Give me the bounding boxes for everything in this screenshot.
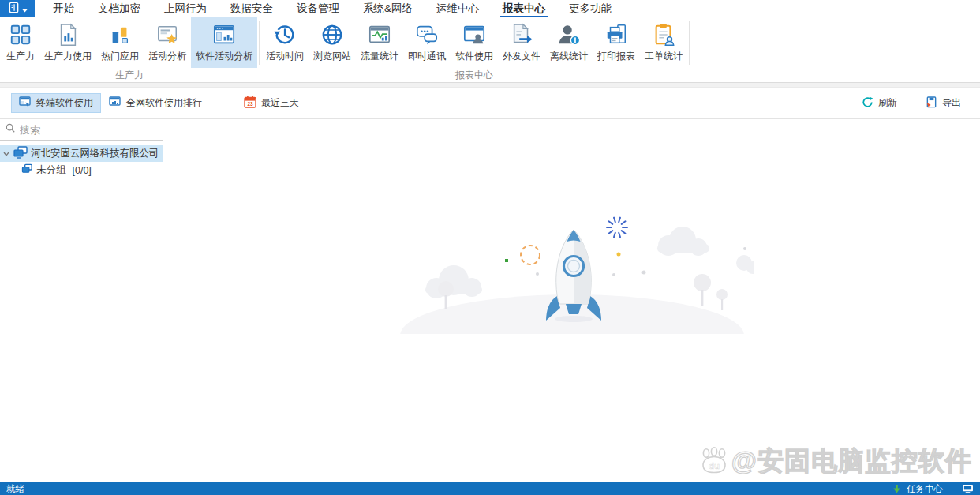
ribbon-item-software-activity-analysis[interactable]: 软件活动分析 — [191, 17, 257, 68]
ribbon-item-productivity[interactable]: 生产力 — [2, 17, 39, 68]
device-tree: 河北安固云网络科技有限公司 [0/0] 未分组 [0/0] — [0, 141, 163, 178]
computers-icon — [13, 146, 28, 161]
globe-icon — [320, 21, 344, 49]
date-filter-button[interactable]: 23 最近三天 — [236, 93, 307, 113]
ribbon-item-label: 浏览网站 — [313, 50, 351, 63]
download-arrow-icon — [892, 484, 901, 494]
svg-text:du: du — [709, 460, 720, 470]
app-menu-button[interactable] — [0, 0, 35, 17]
app-window: 开始 文档加密 上网行为 数据安全 设备管理 系统&网络 运维中心 报表中心 更… — [0, 0, 980, 495]
search-row — [0, 119, 163, 141]
search-icon — [5, 122, 16, 137]
view-button-label: 终端软件使用 — [36, 96, 93, 110]
printer-icon — [604, 21, 628, 49]
ribbon-item-label: 热门应用 — [101, 50, 139, 63]
view-button-network-software-ranking[interactable]: 全网软件使用排行 — [101, 93, 210, 113]
window-chart-icon — [212, 21, 236, 49]
ribbon-item-label: 生产力使用 — [44, 50, 92, 63]
ribbon-item-label: 软件使用 — [455, 50, 493, 63]
ribbon-item-label: 即时通讯 — [408, 50, 446, 63]
clipboard-user-icon — [652, 21, 675, 49]
sidebar: 河北安固云网络科技有限公司 [0/0] 未分组 [0/0] — [0, 119, 163, 482]
ribbon-group-report-center: 活动时间 浏览网站 流量统计 — [261, 17, 687, 82]
ribbon-divider — [259, 21, 260, 65]
content-area: 河北安固云网络科技有限公司 [0/0] 未分组 [0/0] — [0, 119, 980, 482]
status-ready-text: 就绪 — [6, 483, 24, 495]
sparkle-burst — [607, 218, 627, 238]
ribbon-item-activity-time[interactable]: 活动时间 — [261, 17, 309, 68]
history-clock-icon — [273, 21, 297, 49]
view-button-terminal-software-usage[interactable]: 终端软件使用 — [11, 93, 101, 113]
tab-ops-center[interactable]: 运维中心 — [428, 0, 487, 17]
tab-document-encryption[interactable]: 文档加密 — [90, 0, 148, 17]
tab-start[interactable]: 开始 — [45, 0, 82, 17]
tab-internet-behavior[interactable]: 上网行为 — [156, 0, 215, 17]
main-panel: du @安固电脑监控软件 — [163, 119, 980, 482]
window-user-icon — [462, 21, 486, 49]
ribbon-item-outgoing-files[interactable]: 外发文件 — [498, 17, 545, 68]
toolbar: 终端软件使用 全网软件使用排行 23 最近三天 刷新 — [0, 88, 980, 119]
tree-item-name: 未分组 — [36, 163, 66, 177]
tab-system-network[interactable]: 系统&网络 — [355, 0, 421, 17]
menubar: 开始 文档加密 上网行为 数据安全 设备管理 系统&网络 运维中心 报表中心 更… — [0, 0, 980, 17]
tab-more-features[interactable]: 更多功能 — [561, 0, 619, 17]
ribbon-item-offline-stats[interactable]: 离线统计 — [545, 17, 593, 68]
ribbon-item-label: 外发文件 — [503, 50, 540, 63]
rank-window-icon — [109, 96, 122, 111]
date-filter-label: 最近三天 — [261, 96, 299, 110]
watermark: du @安固电脑监控软件 — [698, 444, 972, 479]
ribbon-item-productivity-usage[interactable]: 生产力使用 — [39, 17, 96, 68]
refresh-button[interactable]: 刷新 — [854, 93, 905, 113]
group-icon — [21, 163, 33, 178]
menu-tabs: 开始 文档加密 上网行为 数据安全 设备管理 系统&网络 运维中心 报表中心 更… — [41, 0, 623, 17]
chat-bubbles-icon — [415, 21, 439, 49]
terminal-window-icon — [19, 96, 32, 111]
export-file-icon — [926, 96, 937, 111]
task-center-button[interactable]: 任务中心 — [907, 483, 943, 495]
empty-state-rocket-illustration — [391, 208, 754, 334]
ribbon-item-print-report[interactable]: 打印报表 — [593, 17, 640, 68]
ribbon-item-label: 软件活动分析 — [196, 50, 252, 63]
ribbon-item-hot-apps[interactable]: 热门应用 — [96, 17, 144, 68]
view-button-label: 全网软件使用排行 — [126, 96, 202, 110]
ribbon: 生产力 生产力使用 热门应用 — [0, 17, 980, 82]
watermark-text: @安固电脑监控软件 — [731, 444, 972, 479]
refresh-label: 刷新 — [878, 96, 897, 110]
svg-text:23: 23 — [247, 101, 253, 107]
document-chart-icon — [56, 21, 80, 49]
ribbon-item-label: 活动时间 — [266, 50, 304, 63]
ribbon-group-productivity: 生产力 生产力使用 热门应用 — [2, 17, 257, 82]
grid-icon — [9, 21, 32, 49]
ribbon-item-label: 生产力 — [6, 50, 35, 63]
ribbon-item-label: 离线统计 — [550, 50, 588, 63]
tree-item-count: [0/0] — [73, 165, 92, 176]
search-input[interactable] — [20, 124, 159, 136]
statusbar: 就绪 任务中心 — [0, 482, 980, 495]
chevron-down-icon[interactable] — [2, 150, 10, 158]
app-menu-icon — [8, 2, 20, 17]
ribbon-item-activity-analysis[interactable]: 活动分析 — [144, 17, 191, 68]
tab-data-security[interactable]: 数据安全 — [223, 0, 281, 17]
monitor-icon[interactable] — [962, 484, 974, 493]
tree-item-ungrouped[interactable]: 未分组 [0/0] — [0, 162, 163, 178]
tree-item-company[interactable]: 河北安固云网络科技有限公司 [0/0] — [0, 145, 163, 162]
ribbon-item-label: 工单统计 — [645, 50, 683, 63]
ribbon-item-label: 活动分析 — [148, 50, 186, 63]
ribbon-item-traffic-stats[interactable]: 流量统计 — [356, 17, 403, 68]
tree-item-name: 河北安固云网络科技有限公司 — [31, 147, 159, 160]
calendar-icon: 23 — [244, 96, 256, 111]
ribbon-group-label: 报表中心 — [261, 68, 687, 82]
ribbon-divider — [689, 21, 690, 65]
ribbon-item-browse-websites[interactable]: 浏览网站 — [309, 17, 356, 68]
document-arrow-icon — [510, 21, 533, 49]
tab-device-management[interactable]: 设备管理 — [289, 0, 347, 17]
refresh-icon — [862, 96, 873, 111]
ribbon-item-instant-messaging[interactable]: 即时通讯 — [403, 17, 451, 68]
ribbon-item-ticket-stats[interactable]: 工单统计 — [640, 17, 687, 68]
ribbon-bottom-band — [0, 82, 980, 88]
tab-report-center[interactable]: 报表中心 — [495, 0, 553, 17]
ribbon-item-software-usage[interactable]: 软件使用 — [451, 17, 498, 68]
export-label: 导出 — [942, 96, 961, 110]
export-button[interactable]: 导出 — [918, 93, 969, 113]
ribbon-item-label: 打印报表 — [597, 50, 635, 63]
